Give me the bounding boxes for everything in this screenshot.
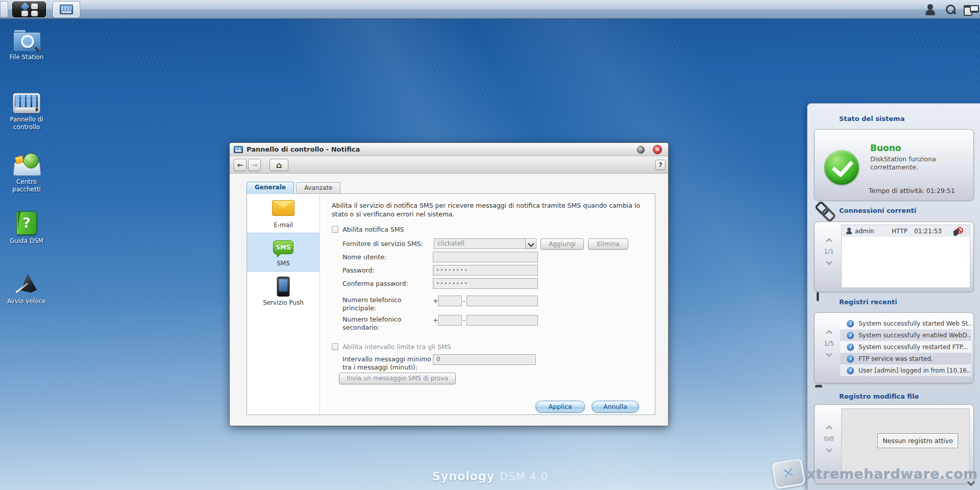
tab-avanzate[interactable]: Avanzate <box>296 182 340 194</box>
home-button[interactable] <box>270 159 288 171</box>
page-up-icon[interactable] <box>826 238 832 244</box>
phone1-prefix: + <box>433 297 438 305</box>
page-down-icon[interactable] <box>826 259 832 265</box>
interval-label: Intervallo messaggi minimo tra i messagg… <box>342 355 432 372</box>
delete-button[interactable]: Elimina <box>588 238 628 250</box>
dsm-help-icon <box>16 211 37 235</box>
magnifier-icon <box>21 35 34 48</box>
page-down-icon[interactable] <box>826 351 832 357</box>
log-row[interactable]: User [admin] logged in from [10.16... <box>840 364 971 376</box>
logs-page: 1/5 <box>824 340 834 347</box>
phone1-label: Numero telefonico principale: <box>342 296 424 313</box>
sidebar-item-email[interactable]: E-mail <box>247 194 320 233</box>
user-icon[interactable] <box>924 4 937 16</box>
folder-icon <box>815 387 834 406</box>
interval-limit-checkbox[interactable] <box>332 344 338 350</box>
password-field[interactable]: •••••••• <box>433 265 538 276</box>
main-menu-icon <box>21 4 38 16</box>
magnifier-handle-icon <box>34 46 40 52</box>
status-ok-icon <box>824 150 859 185</box>
info-icon <box>847 320 854 327</box>
package-card-icon <box>15 155 24 164</box>
log-row[interactable]: System successfully enabled WebD... <box>840 329 971 341</box>
file-log-title: Registro modifica file <box>839 393 919 400</box>
connections-list: admin HTTP 01:21:53 <box>841 225 970 288</box>
notification-sms-panel: E-mail SMS SMS Servizio Push Abilita il … <box>247 193 655 415</box>
page-up-icon[interactable] <box>826 425 832 432</box>
page-up-icon[interactable] <box>826 330 832 336</box>
sms-icon: SMS <box>273 240 293 254</box>
interval-field[interactable]: 0 <box>433 354 536 365</box>
interval-limit-label: Abilita intervallo limite tra gli SMS <box>342 343 451 351</box>
phone2-prefix: + <box>433 316 438 324</box>
search-icon[interactable] <box>944 4 958 16</box>
username-field[interactable] <box>433 252 538 262</box>
disconnect-icon[interactable] <box>953 227 963 235</box>
help-button[interactable]: ? <box>655 160 666 170</box>
desktop-icon-package-center[interactable]: Centro pacchetti <box>3 152 50 193</box>
connection-row[interactable]: admin HTTP 01:21:53 <box>842 225 970 237</box>
show-desktop-strip[interactable] <box>0 1 8 17</box>
sidebar-item-push-service[interactable]: Servizio Push <box>247 272 320 310</box>
window-icon <box>234 146 243 153</box>
back-button[interactable] <box>234 159 247 171</box>
desktop-icon-label: File Station <box>3 54 50 61</box>
log-document-icon <box>815 293 834 311</box>
watermark-logo-icon <box>771 458 806 489</box>
cancel-button[interactable]: Annulla <box>592 401 639 412</box>
log-row[interactable]: System successfully restarted FTP... <box>840 341 971 353</box>
enable-sms-checkbox[interactable] <box>332 226 338 233</box>
desktop-icon-label: Guida DSM <box>3 237 50 245</box>
confirm-password-field[interactable]: •••••••• <box>433 278 538 289</box>
desktop-icon-label: Pannello di controllo <box>3 116 50 131</box>
sidebar-item-label: E-mail <box>247 222 320 229</box>
window-title: Pannello di controllo - Notifica <box>247 145 360 153</box>
log-text: FTP service was started. <box>859 355 933 362</box>
desktop-icon-label: Centro pacchetti <box>3 178 50 193</box>
taskbar-item-control-panel[interactable] <box>53 2 80 17</box>
control-panel-window: Pannello di controllo - Notifica ✕ ? Gen… <box>229 142 669 426</box>
connections-pager: 1/1 <box>819 239 839 264</box>
log-text: System successfully started Web St... <box>859 320 971 327</box>
desktop-icon-dsm-help[interactable]: Guida DSM <box>3 211 50 245</box>
uptime-text: Tempo di attività: 01:29:51 <box>869 187 955 194</box>
chevron-down-icon[interactable] <box>525 239 536 249</box>
file-log-pager: 0/0 <box>819 426 839 452</box>
log-row[interactable]: System successfully started Web St... <box>840 317 971 329</box>
main-menu-button[interactable] <box>12 2 46 17</box>
control-panel-icon <box>60 5 73 14</box>
page-down-icon[interactable] <box>826 446 832 453</box>
log-text: System successfully restarted FTP... <box>859 344 968 351</box>
close-icon[interactable]: ✕ <box>653 145 662 154</box>
phone1-number-field[interactable] <box>467 296 538 306</box>
info-icon <box>847 332 854 339</box>
add-button[interactable]: Aggiungi <box>541 238 584 250</box>
package-center-icon <box>12 152 41 176</box>
connection-user: admin <box>855 228 892 235</box>
window-titlebar[interactable]: Pannello di controllo - Notifica ✕ <box>230 143 668 156</box>
desktop-icon-quick-start[interactable]: Avvio veloce <box>3 273 50 305</box>
forward-button[interactable] <box>248 159 261 171</box>
log-row[interactable]: FTP service was started. <box>840 353 971 364</box>
sidebar-item-sms[interactable]: SMS SMS <box>247 233 320 272</box>
smartphone-icon <box>277 277 290 297</box>
desktop-icon-control-panel[interactable]: Pannello di controllo <box>3 93 50 131</box>
pilot-view-icon[interactable] <box>964 4 979 16</box>
quick-start-icon <box>13 273 40 295</box>
minimize-button[interactable] <box>637 146 645 154</box>
apply-button[interactable]: Applica <box>535 401 585 412</box>
status-value: Buono <box>870 143 901 153</box>
desktop-icon-file-station[interactable]: File Station <box>3 30 50 61</box>
phone2-country-field[interactable] <box>438 315 462 326</box>
phone2-number-field[interactable] <box>467 315 538 326</box>
provider-select[interactable]: clickatell <box>434 238 536 249</box>
file-log-page: 0/0 <box>824 435 834 443</box>
log-text: System successfully enabled WebD... <box>859 332 971 339</box>
tab-generale[interactable]: Generale <box>247 182 294 194</box>
phone1-country-field[interactable] <box>438 296 462 306</box>
username-label: Nome utente: <box>342 253 386 261</box>
connection-time: 01:21:53 <box>914 228 949 235</box>
watermark: xtremehardware.com <box>773 460 978 487</box>
provider-label: Fornitore di servizio SMS: <box>342 240 423 248</box>
send-test-sms-button[interactable]: Invia un messaggio SMS di prova <box>339 373 456 384</box>
